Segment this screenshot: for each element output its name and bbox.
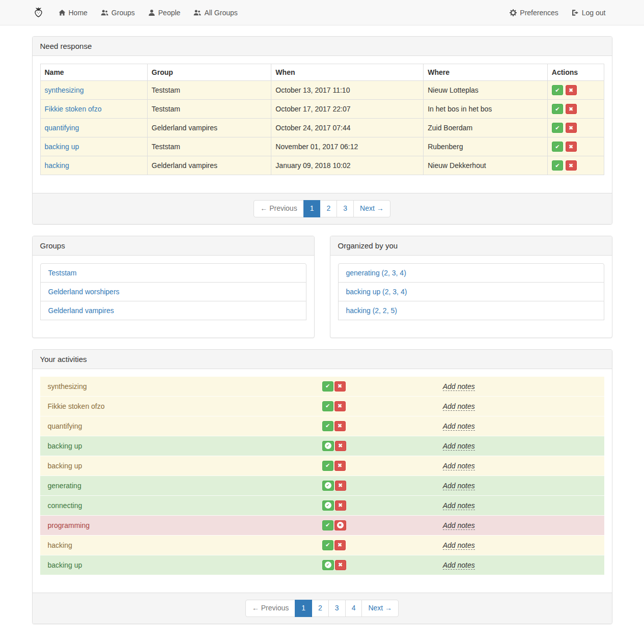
accept-button[interactable]: ✔ ✔	[322, 520, 333, 530]
page-number-button[interactable]: 1	[303, 200, 321, 217]
activity-link[interactable]: synthesizing	[45, 86, 84, 94]
activity-link[interactable]: generating	[48, 482, 81, 490]
page-number-button[interactable]: 4	[345, 600, 362, 617]
decline-button[interactable]: ✖	[566, 123, 577, 133]
your-activities-panel: Your activities synthesizing ✔ ✔	[32, 349, 612, 624]
decline-button[interactable]: ✖ ✖	[335, 560, 346, 570]
previous-page-button[interactable]: ← Previous	[245, 600, 295, 617]
accept-button[interactable]: ✔ ✔	[322, 441, 334, 451]
organized-activity-link[interactable]: backing up (2, 3, 4)	[338, 282, 604, 301]
decline-button[interactable]: ✖ ✖	[335, 441, 346, 451]
decline-button[interactable]: ✖ ✖	[334, 401, 346, 411]
page-number-button[interactable]: 2	[320, 200, 337, 217]
decline-button[interactable]: ✖	[566, 104, 577, 114]
accept-button[interactable]: ✔	[552, 85, 563, 95]
accept-button[interactable]: ✔ ✔	[322, 540, 333, 550]
decline-button[interactable]: ✖ ✖	[334, 421, 346, 431]
next-page-button[interactable]: Next →	[353, 200, 390, 217]
next-page-button[interactable]: Next →	[361, 600, 399, 617]
add-notes-link[interactable]: Add notes	[443, 382, 475, 391]
decline-button[interactable]: ✖ ✖	[334, 520, 346, 530]
decline-button[interactable]: ✖	[566, 85, 577, 95]
decline-button[interactable]: ✖ ✖	[335, 481, 346, 491]
decline-button[interactable]: ✖ ✖	[334, 381, 346, 391]
accept-button[interactable]: ✔ ✔	[322, 560, 334, 570]
activity-row: backing up ✔ ✔ ✖ ✖	[40, 436, 604, 456]
activity-row: hacking ✔ ✔ ✖ ✖	[40, 535, 604, 555]
accept-button[interactable]: ✔	[552, 104, 563, 114]
actions-cell: ✔ ✖	[547, 156, 604, 175]
decline-button[interactable]: ✖ ✖	[334, 540, 346, 550]
organized-activity-link[interactable]: generating (2, 3, 4)	[338, 263, 604, 283]
activity-name-cell: Fikkie stoken ofzo	[48, 402, 322, 410]
nav-item-all-groups[interactable]: All Groups	[187, 0, 244, 25]
activity-link[interactable]: backing up	[48, 442, 82, 450]
x-icon: ✖	[338, 483, 343, 488]
group-link[interactable]: Gelderland vampires	[40, 301, 306, 320]
group-link[interactable]: Gelderland worshipers	[40, 282, 306, 301]
activity-link[interactable]: hacking	[45, 161, 69, 170]
add-notes-link[interactable]: Add notes	[443, 561, 475, 570]
add-notes-link[interactable]: Add notes	[443, 402, 475, 411]
previous-page-button[interactable]: ← Previous	[254, 200, 303, 217]
x-icon: ✖	[338, 542, 342, 548]
activity-link[interactable]: backing up	[48, 561, 82, 569]
activity-link[interactable]: programming	[48, 521, 90, 529]
activity-link[interactable]: connecting	[48, 501, 82, 510]
brand-logo[interactable]	[32, 0, 52, 25]
when-cell: October 13, 2017 11:10	[271, 81, 424, 100]
decline-button[interactable]: ✖	[566, 142, 577, 152]
decline-button[interactable]: ✖	[566, 160, 577, 171]
nav-item-groups[interactable]: Groups	[94, 0, 142, 25]
accept-button[interactable]: ✔	[552, 123, 563, 133]
x-icon: ✖	[569, 106, 573, 112]
activity-link[interactable]: synthesizing	[48, 382, 87, 390]
your-activities-footer: ← Previous 1 2 3 4 Next →	[33, 593, 612, 624]
your-activities-body: synthesizing ✔ ✔ ✖ ✖	[33, 369, 612, 593]
decline-button[interactable]: ✖ ✖	[335, 500, 346, 511]
page-number-button[interactable]: 3	[337, 200, 354, 217]
x-icon: ✖	[338, 383, 342, 389]
page-number-button[interactable]: 2	[312, 600, 329, 617]
nav-item-logout[interactable]: Log out	[565, 0, 612, 25]
add-notes-link[interactable]: Add notes	[443, 541, 475, 550]
accept-button[interactable]: ✔ ✔	[322, 401, 333, 411]
activity-link[interactable]: backing up	[48, 462, 82, 470]
activity-actions: ✔ ✔ ✖ ✖	[322, 560, 443, 570]
accept-button[interactable]: ✔	[552, 142, 563, 152]
activity-link[interactable]: Fikkie stoken ofzo	[48, 402, 105, 410]
navbar-right: Preferences Log out	[503, 0, 612, 25]
nav-item-preferences[interactable]: Preferences	[503, 0, 565, 25]
activity-actions: ✔ ✔ ✖ ✖	[322, 401, 443, 411]
nav-item-all-groups-label: All Groups	[204, 9, 237, 17]
accept-button[interactable]: ✔ ✔	[322, 461, 333, 471]
nav-item-home[interactable]: Home	[52, 0, 94, 25]
add-notes-link[interactable]: Add notes	[443, 482, 475, 490]
accept-button[interactable]: ✔ ✔	[322, 481, 334, 491]
activity-link[interactable]: Fikkie stoken ofzo	[45, 105, 102, 113]
activity-link[interactable]: backing up	[45, 143, 79, 151]
column-header-group: Group	[147, 64, 271, 81]
add-notes-link[interactable]: Add notes	[443, 501, 475, 510]
add-notes-link[interactable]: Add notes	[443, 442, 475, 451]
name-cell: Fikkie stoken ofzo	[40, 100, 147, 119]
x-icon: ✖	[569, 163, 573, 169]
accept-button[interactable]: ✔ ✔	[322, 500, 334, 511]
add-notes-link[interactable]: Add notes	[443, 422, 475, 431]
accept-button[interactable]: ✔	[552, 160, 563, 171]
accept-button[interactable]: ✔ ✔	[322, 421, 333, 431]
activity-link[interactable]: quantifying	[45, 124, 79, 132]
nav-item-people[interactable]: People	[142, 0, 187, 25]
activity-link[interactable]: quantifying	[48, 422, 82, 430]
decline-button[interactable]: ✖ ✖	[334, 461, 346, 471]
organized-activity-link[interactable]: hacking (2, 2, 5)	[338, 301, 604, 320]
main-content: Need response Name Group When Where Acti…	[32, 36, 612, 624]
add-notes-link[interactable]: Add notes	[443, 462, 475, 470]
add-notes-link[interactable]: Add notes	[443, 521, 475, 530]
page-number-button[interactable]: 3	[328, 600, 346, 617]
accept-button[interactable]: ✔ ✔	[322, 381, 333, 391]
activity-link[interactable]: hacking	[48, 541, 72, 549]
page-number-button[interactable]: 1	[295, 600, 312, 617]
name-cell: synthesizing	[40, 81, 147, 100]
group-link[interactable]: Teststam	[40, 263, 306, 283]
